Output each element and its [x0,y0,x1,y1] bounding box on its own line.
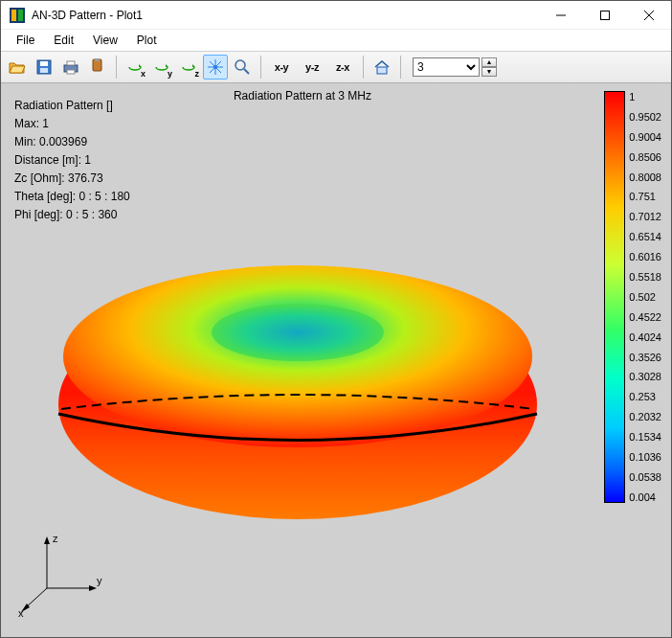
cbar-tick: 0.502 [629,291,661,303]
cbar-tick: 0.3028 [629,371,661,382]
menu-bar: File Edit View Plot [1,30,671,51]
cbar-tick: 0.253 [629,391,661,402]
svg-rect-22 [377,67,387,74]
maximize-button[interactable] [583,1,627,30]
freq-down-button[interactable]: ▼ [482,67,497,77]
app-icon [9,7,26,24]
zoom-button[interactable] [230,55,255,80]
info-theta: Theta [deg]: 0 : 5 : 180 [14,188,130,206]
rotate-x-button[interactable]: x [123,55,147,80]
plot-canvas[interactable]: Radiation Pattern at 3 MHz Radiation Pat… [1,83,671,637]
svg-rect-14 [95,58,100,61]
minimize-button[interactable] [539,1,583,30]
info-min: Min: 0.003969 [14,133,130,151]
cbar-tick: 0.5518 [629,271,661,283]
svg-rect-2 [18,10,23,21]
cbar-tick: 0.9502 [629,111,661,123]
rotate-y-button[interactable]: y [149,55,174,80]
separator [260,56,261,79]
copy-button[interactable] [85,55,110,80]
svg-rect-12 [67,70,75,74]
menu-plot[interactable]: Plot [127,32,167,49]
home-button[interactable] [370,55,394,80]
svg-rect-9 [40,68,48,73]
title-bar: AN-3D Pattern - Plot1 [1,1,671,30]
radiation-pattern-3d [39,246,556,562]
cbar-tick: 0.2032 [629,411,661,422]
cbar-tick: 0.1036 [629,451,661,463]
axis-z-label: z [53,533,58,544]
cbar-tick: 0.8008 [629,171,661,183]
frequency-select[interactable]: 3 [413,57,480,77]
svg-point-25 [212,304,384,361]
plane-yz-button[interactable]: y-z [298,55,326,80]
plane-zx-button[interactable]: z-x [328,55,357,80]
separator [363,56,364,79]
rotate-z-button[interactable]: z [176,55,201,80]
plot-info-block: Radiation Pattern [] Max: 1 Min: 0.00396… [14,97,130,224]
svg-rect-4 [601,11,610,19]
info-name: Radiation Pattern [] [14,97,130,115]
menu-file[interactable]: File [7,32,44,49]
info-max: Max: 1 [14,115,130,133]
svg-point-20 [235,60,245,70]
close-button[interactable] [627,1,671,30]
cbar-tick: 0.4024 [629,331,661,343]
cbar-tick: 0.751 [629,191,661,202]
print-button[interactable] [58,55,83,80]
info-zc: Zc [Ohm]: 376.73 [14,170,130,188]
svg-marker-29 [89,585,97,591]
axis-indicator: z y x [18,531,104,620]
toolbar: x y z x-y y-z z-x 3 ▲ ▼ [1,51,671,83]
svg-line-21 [244,69,249,74]
info-phi: Phi [deg]: 0 : 5 : 360 [14,206,130,224]
axis-y-label: y [97,575,102,586]
freq-up-button[interactable]: ▲ [482,57,497,67]
menu-view[interactable]: View [83,32,127,49]
cbar-tick: 0.004 [629,491,661,503]
cbar-tick: 0.6514 [629,231,661,242]
svg-marker-27 [44,536,50,544]
axis-x-label: x [18,607,24,619]
frequency-selector: 3 ▲ ▼ [413,57,497,77]
cbar-tick: 0.0538 [629,471,661,483]
separator [116,56,117,79]
cbar-tick: 0.3526 [629,352,661,363]
cbar-tick: 0.9004 [629,131,661,143]
svg-rect-8 [40,61,48,66]
colorbar-gradient [604,91,625,503]
svg-rect-1 [11,10,16,21]
colorbar: 1 0.9502 0.9004 0.8506 0.8008 0.751 0.70… [604,91,661,503]
window-title: AN-3D Pattern - Plot1 [32,9,143,22]
rotate-free-button[interactable] [203,55,228,80]
cbar-tick: 0.4522 [629,311,661,323]
svg-rect-11 [67,61,75,65]
cbar-tick: 0.7012 [629,211,661,222]
info-distance: Distance [m]: 1 [14,151,130,170]
cbar-tick: 0.8506 [629,151,661,163]
app-window: AN-3D Pattern - Plot1 File Edit View Plo… [0,0,672,638]
save-button[interactable] [32,55,56,80]
cbar-tick: 0.1534 [629,431,661,443]
menu-edit[interactable]: Edit [44,32,83,49]
plane-xy-button[interactable]: x-y [267,55,296,80]
colorbar-labels: 1 0.9502 0.9004 0.8506 0.8008 0.751 0.70… [629,91,661,503]
cbar-tick: 0.6016 [629,251,661,262]
cbar-tick: 1 [629,91,661,103]
open-button[interactable] [5,55,30,80]
separator [400,56,401,79]
